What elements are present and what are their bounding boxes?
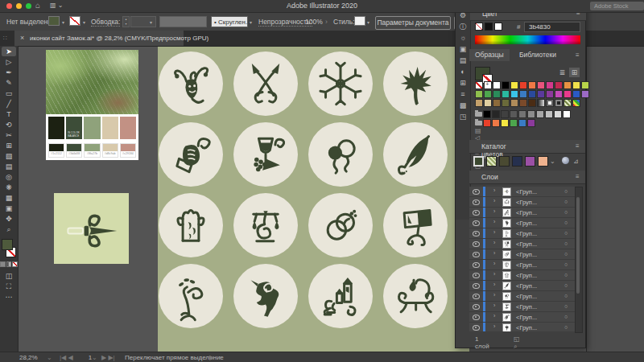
- gradient-tool[interactable]: ▤: [2, 162, 16, 171]
- direct-selection-tool[interactable]: ▷: [2, 57, 16, 67]
- layer-row[interactable]: ›<Груп...○: [469, 302, 575, 312]
- color-guide-swatch[interactable]: [538, 156, 548, 167]
- opacity-value[interactable]: 100%: [305, 18, 323, 26]
- layer-label[interactable]: <Груп...: [516, 251, 537, 258]
- icon-circle-snowflake[interactable]: [308, 51, 373, 116]
- tab-libraries[interactable]: Библиотеки: [514, 49, 562, 61]
- gradient-panel-icon[interactable]: ▤: [456, 55, 470, 66]
- swatch[interactable]: [510, 99, 518, 107]
- swatch[interactable]: [581, 81, 589, 89]
- swatch[interactable]: [555, 99, 563, 107]
- swatch[interactable]: [555, 90, 563, 98]
- layer-label[interactable]: <Груп...: [516, 303, 537, 311]
- layer-row[interactable]: ›<Груп...○: [469, 281, 575, 291]
- swatch[interactable]: [475, 99, 483, 107]
- swatch[interactable]: [510, 90, 518, 98]
- icon-circle-raven[interactable]: [233, 264, 298, 328]
- color-guide-swatch[interactable]: [486, 156, 497, 167]
- icon-circle-hand-cuff[interactable]: [159, 122, 223, 187]
- swatch[interactable]: [563, 110, 571, 118]
- icon-circle-wedding-rings[interactable]: [308, 193, 373, 257]
- color-guide-menu-icon[interactable]: ≡: [576, 142, 580, 150]
- layer-label[interactable]: <Груп...: [516, 272, 537, 279]
- layer-thumbnail[interactable]: [502, 292, 511, 301]
- icon-circle-lamp-bench[interactable]: [383, 264, 448, 328]
- layer-label[interactable]: <Груп...: [516, 199, 537, 206]
- swatch[interactable]: [475, 90, 483, 98]
- icon-circle-wine-grapes[interactable]: [233, 122, 298, 187]
- visibility-eye-icon[interactable]: [473, 304, 480, 310]
- visibility-eye-icon[interactable]: [473, 283, 480, 289]
- swatch[interactable]: [502, 81, 510, 89]
- swatch[interactable]: [572, 90, 580, 98]
- expand-chevron-icon[interactable]: ›: [493, 198, 495, 204]
- layer-label[interactable]: <Груп...: [516, 324, 537, 331]
- color-white-swatch[interactable]: [494, 23, 502, 31]
- visibility-eye-icon[interactable]: [473, 200, 480, 205]
- layer-row[interactable]: ›<Груп...○: [469, 239, 575, 249]
- swatch[interactable]: [528, 81, 536, 89]
- mini-artboard[interactable]: [54, 193, 129, 264]
- target-circle-icon[interactable]: ○: [564, 230, 568, 236]
- layer-row[interactable]: ›<Груп...○: [469, 218, 575, 228]
- mesh-tool[interactable]: ◎: [2, 172, 16, 182]
- swatch[interactable]: [546, 99, 554, 107]
- icon-circle-castle-clouds[interactable]: [308, 264, 373, 328]
- swatch[interactable]: [527, 110, 535, 118]
- swatch[interactable]: [564, 90, 572, 98]
- curvature-tool[interactable]: ✎: [2, 78, 16, 88]
- target-circle-icon[interactable]: ○: [564, 199, 568, 204]
- icon-circle-jester[interactable]: [159, 51, 223, 116]
- layer-label[interactable]: <Груп...: [516, 293, 537, 300]
- swatch[interactable]: [475, 81, 483, 89]
- swatch[interactable]: [537, 90, 545, 98]
- swatch[interactable]: [501, 110, 509, 118]
- color-guide-swatch[interactable]: [499, 156, 510, 167]
- layer-row[interactable]: ›<Груп...○: [469, 312, 575, 323]
- swatch[interactable]: [528, 99, 536, 107]
- export-icon[interactable]: ◳: [456, 111, 470, 122]
- layer-row[interactable]: ›<Груп...○: [469, 208, 575, 218]
- swatch[interactable]: [483, 119, 491, 127]
- pathfinder-icon[interactable]: ▩: [456, 100, 470, 111]
- expand-chevron-icon[interactable]: ›: [493, 219, 495, 224]
- color-button[interactable]: [0, 261, 6, 267]
- swatch[interactable]: [528, 90, 536, 98]
- color-guide-chevron-icon[interactable]: ⌄: [550, 158, 555, 165]
- swatch-folder-icon[interactable]: [475, 112, 482, 117]
- style-swatch[interactable]: [354, 16, 365, 26]
- target-circle-icon[interactable]: ○: [564, 314, 568, 319]
- swatch[interactable]: [537, 99, 545, 107]
- layer-label[interactable]: <Груп...: [516, 230, 537, 237]
- layer-thumbnail[interactable]: [502, 198, 511, 207]
- rotate-tool[interactable]: ⟲: [2, 120, 16, 130]
- swatch[interactable]: [492, 110, 500, 118]
- gradient-button[interactable]: [6, 261, 12, 267]
- swatch[interactable]: [493, 81, 501, 89]
- target-circle-icon[interactable]: ○: [564, 261, 568, 267]
- status-next-icon[interactable]: ▶: [209, 354, 214, 361]
- stroke-weight-dropdown[interactable]: [130, 16, 156, 27]
- target-circle-icon[interactable]: ○: [564, 293, 568, 298]
- symbol-sprayer-tool[interactable]: ❋: [2, 183, 16, 192]
- screen-mode-icon[interactable]: ⛶: [2, 282, 16, 291]
- visibility-eye-icon[interactable]: [473, 210, 480, 216]
- stroke-chevron-icon[interactable]: ▾: [83, 19, 85, 25]
- expand-chevron-icon[interactable]: ›: [493, 261, 495, 266]
- layer-thumbnail[interactable]: [502, 187, 511, 196]
- expand-chevron-icon[interactable]: ›: [493, 208, 495, 214]
- tab-close-icon[interactable]: ×: [20, 34, 24, 42]
- expand-chevron-icon[interactable]: ›: [493, 292, 495, 298]
- layer-thumbnail[interactable]: [502, 250, 511, 259]
- target-circle-icon[interactable]: ○: [564, 251, 568, 257]
- layer-thumbnail[interactable]: [502, 282, 511, 290]
- swatch[interactable]: [546, 81, 554, 89]
- icon-circle-sign-stand[interactable]: [383, 193, 448, 257]
- tab-grip-icon[interactable]: ∷: [3, 35, 7, 42]
- layer-thumbnail[interactable]: [502, 219, 511, 228]
- swatch[interactable]: [581, 90, 589, 98]
- target-circle-icon[interactable]: ○: [564, 209, 568, 215]
- swatches-panel-menu-icon[interactable]: ≡: [576, 51, 580, 59]
- expand-chevron-icon[interactable]: ›: [493, 302, 495, 308]
- tab-swatches[interactable]: Образцы: [469, 49, 510, 61]
